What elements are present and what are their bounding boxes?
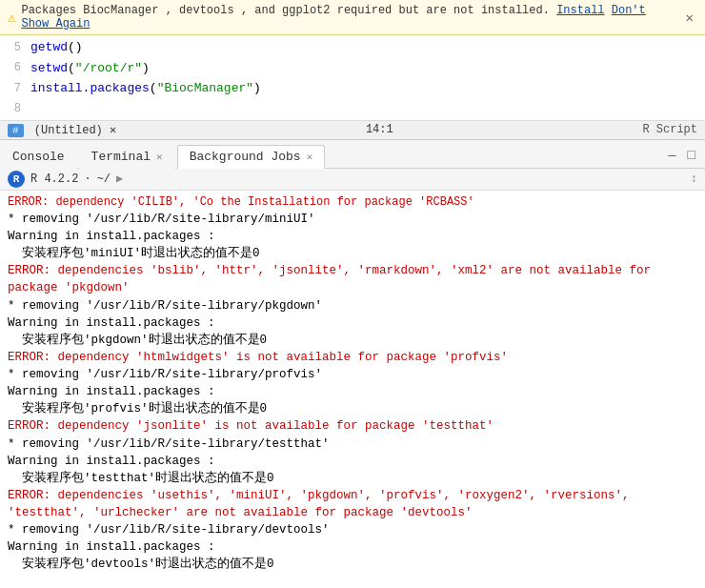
console-scroll-icon[interactable]: ↕ <box>691 172 697 186</box>
console-path-sep: · <box>84 172 91 186</box>
console-line-20: 安装程序包'devtools'时退出状态的值不是0 <box>8 556 697 573</box>
tab-bar-actions: — □ <box>664 144 705 168</box>
minimize-panel-button[interactable]: — <box>664 146 679 165</box>
line-number-7: 7 <box>0 80 30 97</box>
tab-background-jobs[interactable]: Background Jobs ✕ <box>177 145 326 169</box>
line-number-8: 8 <box>0 100 30 117</box>
console-output[interactable]: ERROR: dependency 'CILIB', 'Co the Insta… <box>0 191 705 589</box>
console-line-8: 安装程序包'pkgdown'时退出状态的值不是0 <box>8 332 697 349</box>
console-line-7: Warning in install.packages : <box>8 314 697 332</box>
panel-tab-bar: Console Terminal ✕ Background Jobs ✕ — □ <box>0 140 705 169</box>
console-line-11: Warning in install.packages : <box>8 383 697 400</box>
tab-terminal[interactable]: Terminal ✕ <box>79 145 175 169</box>
hash-indicator: # <box>8 124 24 137</box>
line-number-5: 5 <box>0 39 30 56</box>
r-icon: R <box>8 171 25 188</box>
console-line-5: ERROR: dependencies 'bslib', 'httr', 'js… <box>8 262 697 296</box>
code-line-6: 6 setwd("/root/r") <box>0 58 705 79</box>
banner-close-button[interactable]: ✕ <box>682 10 697 26</box>
console-header-right: ↕ <box>691 172 697 186</box>
console-line-16: 安装程序包'testthat'时退出状态的值不是0 <box>8 470 697 487</box>
console-line-9: ERROR: dependency 'htmlwidgets' is not a… <box>8 349 697 366</box>
code-content-6: setwd("/root/r") <box>30 59 150 78</box>
banner-message: Packages BiocManager , devtools , and gg… <box>21 4 550 17</box>
code-line-8: 8 <box>0 99 705 118</box>
tab-console[interactable]: Console <box>0 145 77 169</box>
console-line-17: ERROR: dependencies 'usethis', 'miniUI',… <box>8 487 697 521</box>
editor-status-bar: # (Untitled) ✕ 14:1 R Script <box>0 121 705 140</box>
warning-icon: ⚠ <box>8 10 15 26</box>
status-left: 14:1 <box>366 123 393 136</box>
console-line-13: ERROR: dependency 'jsonlite' is not avai… <box>8 417 697 435</box>
maximize-panel-button[interactable]: □ <box>684 146 699 165</box>
console-line-19: Warning in install.packages : <box>8 538 697 556</box>
tab-terminal-label: Terminal <box>91 150 151 164</box>
tab-terminal-close[interactable]: ✕ <box>156 151 163 163</box>
warning-banner: ⚠ Packages BiocManager , devtools , and … <box>0 0 705 35</box>
tab-console-label: Console <box>12 150 65 164</box>
code-line-7: 7 install.packages("BiocManager") <box>0 78 705 99</box>
editor-area: 5 getwd() 6 setwd("/root/r") 7 install.p… <box>0 35 705 121</box>
console-line-2: * removing '/usr/lib/R/site-library/mini… <box>8 211 697 228</box>
cursor-position: # (Untitled) ✕ <box>8 123 116 137</box>
console-line-3: Warning in install.packages : <box>8 228 697 245</box>
console-line-15: Warning in install.packages : <box>8 453 697 470</box>
console-path: ~/ <box>97 172 111 186</box>
console-line-12: 安装程序包'profvis'时退出状态的值不是0 <box>8 400 697 417</box>
console-line-4: 安装程序包'miniUI'时退出状态的值不是0 <box>8 245 697 262</box>
console-line-1: ERROR: dependency 'CILIB', 'Co the Insta… <box>8 194 697 211</box>
code-content-7: install.packages("BiocManager") <box>30 79 261 98</box>
console-line-6: * removing '/usr/lib/R/site-library/pkgd… <box>8 297 697 314</box>
console-line-14: * removing '/usr/lib/R/site-library/test… <box>8 436 697 453</box>
install-link[interactable]: Install <box>556 4 604 17</box>
console-line-10: * removing '/usr/lib/R/site-library/prof… <box>8 366 697 383</box>
r-version: R 4.2.2 <box>30 172 78 186</box>
untitled-tab[interactable]: (Untitled) ✕ <box>34 124 116 137</box>
code-line-5: 5 getwd() <box>0 37 705 58</box>
line-number-6: 6 <box>0 59 30 76</box>
console-line-18: * removing '/usr/lib/R/site-library/devt… <box>8 521 697 538</box>
tab-background-jobs-close[interactable]: ✕ <box>307 151 313 163</box>
banner-text: Packages BiocManager , devtools , and gg… <box>21 4 675 30</box>
code-editor[interactable]: 5 getwd() 6 setwd("/root/r") 7 install.p… <box>0 35 705 121</box>
console-line-21 <box>8 574 697 588</box>
console-path-arrow: ▶ <box>116 172 123 186</box>
tab-background-jobs-label: Background Jobs <box>190 150 301 164</box>
code-content-5: getwd() <box>30 38 83 57</box>
console-header: R R 4.2.2 · ~/ ▶ ↕ <box>0 169 705 191</box>
script-type: R Script <box>642 123 697 136</box>
